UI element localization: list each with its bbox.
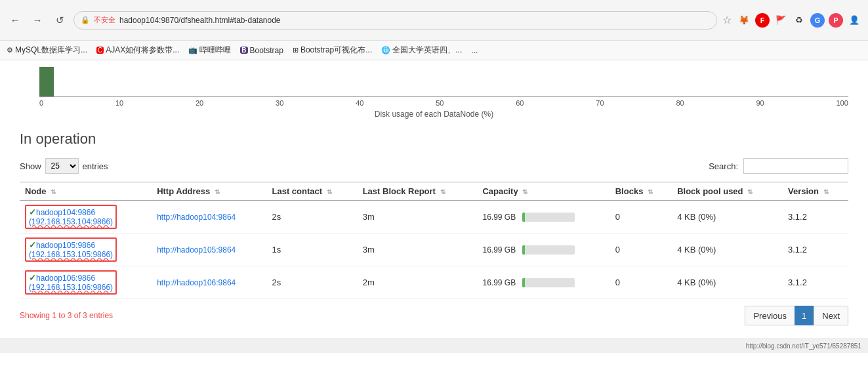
- http-cell: http://hadoop106:9864: [152, 266, 266, 299]
- bookmark-icon-english: 🌐: [381, 46, 390, 54]
- http-link[interactable]: http://hadoop104:9864: [157, 213, 236, 222]
- col-capacity-label: Capacity: [482, 186, 518, 196]
- http-link[interactable]: http://hadoop106:9864: [157, 278, 236, 287]
- axis-10: 10: [115, 99, 123, 107]
- page-1-button[interactable]: 1: [795, 306, 814, 325]
- bookmark-label-ajax: AJAX如何将参数带...: [106, 45, 179, 56]
- address-bar[interactable]: 🔒 不安全 hadoop104:9870/dfshealth.html#tab-…: [73, 11, 717, 30]
- capacity-bar-inner: [522, 245, 525, 255]
- check-icon: ✓: [29, 240, 36, 250]
- axis-100: 100: [837, 99, 848, 107]
- show-label: Show: [20, 161, 41, 171]
- node-cell: ✓hadoop106:9866 (192.168.153.106:9866): [20, 266, 152, 299]
- address-text: hadoop104:9870/dfshealth.html#tab-datano…: [119, 16, 710, 25]
- bookmark-label-mysql: MySQL数据库学习...: [15, 45, 87, 56]
- bookmark-icon-ajax: C: [96, 47, 104, 54]
- sort-icon-capacity[interactable]: ⇅: [522, 188, 527, 195]
- col-contact: Last contact ⇅: [267, 182, 358, 201]
- col-blockreport: Last Block Report ⇅: [358, 182, 478, 201]
- axis-90: 90: [756, 99, 764, 107]
- profile-icon[interactable]: 👤: [847, 13, 861, 28]
- bookmark-bootstrap-vis[interactable]: ⊞ Bootstrap可视化布...: [293, 45, 372, 56]
- blockpool-cell: 4 KB (0%): [672, 201, 783, 234]
- node-link[interactable]: hadoop106:9866: [36, 274, 95, 283]
- browser-chrome: ← → ↺ 🔒 不安全 hadoop104:9870/dfshealth.htm…: [0, 0, 868, 41]
- bookmark-bootstrap[interactable]: B Bootstrap: [240, 46, 283, 55]
- section-title: In operation: [20, 131, 848, 148]
- refresh-icon[interactable]: ♻: [792, 13, 806, 28]
- bookmark-icon-bootstrap-vis: ⊞: [293, 46, 299, 54]
- axis-20: 20: [196, 99, 203, 107]
- col-blocks: Blocks ⇅: [610, 182, 672, 201]
- table-body: ✓hadoop104:9866 (192.168.153.104:9866) h…: [20, 201, 848, 299]
- data-table: Node ⇅ Http Address ⇅ Last contact ⇅ Las…: [20, 182, 848, 299]
- google-icon[interactable]: G: [810, 13, 825, 28]
- node-name: ✓hadoop105:9866: [29, 240, 113, 250]
- search-input[interactable]: [743, 158, 848, 174]
- axis-60: 60: [516, 99, 524, 107]
- blockpool-cell: 4 KB (0%): [672, 266, 783, 299]
- axis-80: 80: [676, 99, 684, 107]
- bookmark-mysql[interactable]: ⚙ MySQL数据库学习...: [7, 45, 87, 56]
- sort-icon-http[interactable]: ⇅: [215, 188, 220, 195]
- table-row: ✓hadoop105:9866 (192.168.153.105:9866) h…: [20, 234, 848, 266]
- chart-title: Disk usage of each DataNode (%): [20, 110, 848, 119]
- bookmark-icon-bilibili: 📺: [188, 46, 197, 54]
- bookmark-bilibili[interactable]: 📺 哔哩哔哩: [188, 45, 231, 56]
- version-cell: 3.1.2: [783, 201, 848, 234]
- bookmark-label-bootstrap-vis: Bootstrap可视化布...: [300, 45, 372, 56]
- star-icon[interactable]: ☆: [722, 14, 732, 26]
- previous-button[interactable]: Previous: [745, 306, 795, 325]
- col-http-label: Http Address: [157, 186, 210, 196]
- capacity-bar-outer: [522, 278, 575, 287]
- forward-button[interactable]: →: [29, 12, 46, 29]
- pocket-icon[interactable]: P: [829, 13, 843, 28]
- col-node: Node ⇅: [20, 182, 152, 201]
- sort-icon-blocks[interactable]: ⇅: [648, 188, 653, 195]
- table-header-row: Node ⇅ Http Address ⇅ Last contact ⇅ Las…: [20, 182, 848, 201]
- col-blocks-label: Blocks: [615, 186, 644, 196]
- contact-cell: 1s: [267, 234, 358, 266]
- insecure-label: 不安全: [94, 15, 115, 25]
- http-link[interactable]: http://hadoop105:9864: [157, 245, 236, 255]
- feedly-icon[interactable]: F: [755, 13, 770, 28]
- table-row: ✓hadoop106:9866 (192.168.153.106:9866) h…: [20, 266, 848, 299]
- bookmark-ajax[interactable]: C AJAX如何将参数带...: [96, 45, 179, 56]
- node-cell: ✓hadoop104:9866 (192.168.153.104:9866): [20, 201, 152, 234]
- node-ip: (192.168.153.106:9866): [29, 283, 113, 292]
- node-name: ✓hadoop104:9866: [29, 207, 113, 217]
- sort-icon-blockreport[interactable]: ⇅: [440, 188, 445, 195]
- version-cell: 3.1.2: [783, 234, 848, 266]
- sort-icon-blockpool[interactable]: ⇅: [747, 188, 753, 195]
- capacity-cell: 16.99 GB: [477, 201, 610, 234]
- bookmark-icon-mysql: ⚙: [7, 46, 13, 54]
- col-node-label: Node: [25, 186, 47, 196]
- version-cell: 3.1.2: [783, 266, 848, 299]
- sort-icon-version[interactable]: ⇅: [823, 188, 829, 195]
- back-button[interactable]: ←: [7, 12, 24, 29]
- entries-select[interactable]: 10 25 50 100: [45, 158, 79, 174]
- col-version-label: Version: [788, 186, 819, 196]
- node-link[interactable]: hadoop105:9866: [36, 241, 95, 250]
- axis-70: 70: [596, 99, 604, 107]
- reload-button[interactable]: ↺: [51, 12, 68, 29]
- show-entries: Show 10 25 50 100 entries: [20, 158, 108, 174]
- bookmark-label-bilibili: 哔哩哔哩: [199, 45, 231, 56]
- col-http: Http Address ⇅: [152, 182, 266, 201]
- bookmark-more[interactable]: ...: [471, 46, 478, 55]
- page-content: 0 10 20 30 40 50 60 70 80 90 100 Disk us…: [0, 60, 868, 339]
- pagination-area: Showing 1 to 3 of 3 entries Previous 1 N…: [20, 306, 848, 325]
- table-row: ✓hadoop104:9866 (192.168.153.104:9866) h…: [20, 201, 848, 234]
- bookmark-english[interactable]: 🌐 全国大学英语四、...: [381, 45, 462, 56]
- node-link[interactable]: hadoop104:9866: [36, 208, 95, 217]
- http-cell: http://hadoop104:9864: [152, 201, 266, 234]
- next-button[interactable]: Next: [814, 306, 848, 325]
- sort-icon-contact[interactable]: ⇅: [327, 188, 332, 195]
- flag-icon[interactable]: 🚩: [774, 13, 788, 28]
- bottom-bar: http://blog.csdn.net/IT_ye571/65287851: [0, 339, 868, 353]
- capacity-bar-inner: [522, 213, 525, 222]
- sort-icon-node[interactable]: ⇅: [51, 188, 56, 195]
- search-label: Search:: [709, 161, 738, 171]
- firefox-icon[interactable]: 🦊: [737, 13, 751, 28]
- contact-cell: 2s: [267, 266, 358, 299]
